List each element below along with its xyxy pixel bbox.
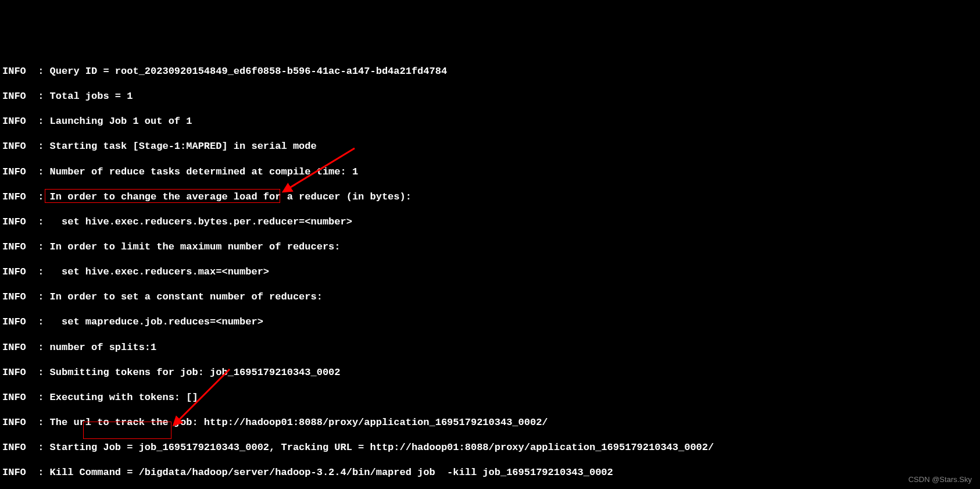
- log-line: INFO : In order to change the average lo…: [2, 191, 978, 204]
- log-line: INFO : Starting task [Stage-1:MAPRED] in…: [2, 140, 978, 153]
- log-line: INFO : Kill Command = /bigdata/hadoop/se…: [2, 466, 978, 479]
- log-line: INFO : Executing with tokens: []: [2, 391, 978, 404]
- log-line: INFO : The url to track the job: http://…: [2, 416, 978, 429]
- log-line: INFO : In order to limit the maximum num…: [2, 241, 978, 254]
- log-line: INFO : Query ID = root_20230920154849_ed…: [2, 65, 978, 78]
- log-line: INFO : Submitting tokens for job: job_16…: [2, 366, 978, 379]
- watermark-text: CSDN @Stars.Sky: [909, 475, 972, 485]
- log-line: INFO : Starting Job = job_1695179210343_…: [2, 441, 978, 454]
- log-line: INFO : set hive.exec.reducers.bytes.per.…: [2, 216, 978, 229]
- log-line: INFO : Launching Job 1 out of 1: [2, 115, 978, 128]
- log-line: INFO : Total jobs = 1: [2, 90, 978, 103]
- terminal-output[interactable]: INFO : Query ID = root_20230920154849_ed…: [2, 52, 978, 489]
- log-line: INFO : number of splits:1: [2, 341, 978, 354]
- log-line: INFO : set hive.exec.reducers.max=<numbe…: [2, 266, 978, 279]
- log-line: INFO : In order to set a constant number…: [2, 291, 978, 304]
- log-line: INFO : Number of reduce tasks determined…: [2, 166, 978, 179]
- log-line: INFO : set mapreduce.job.reduces=<number…: [2, 316, 978, 329]
